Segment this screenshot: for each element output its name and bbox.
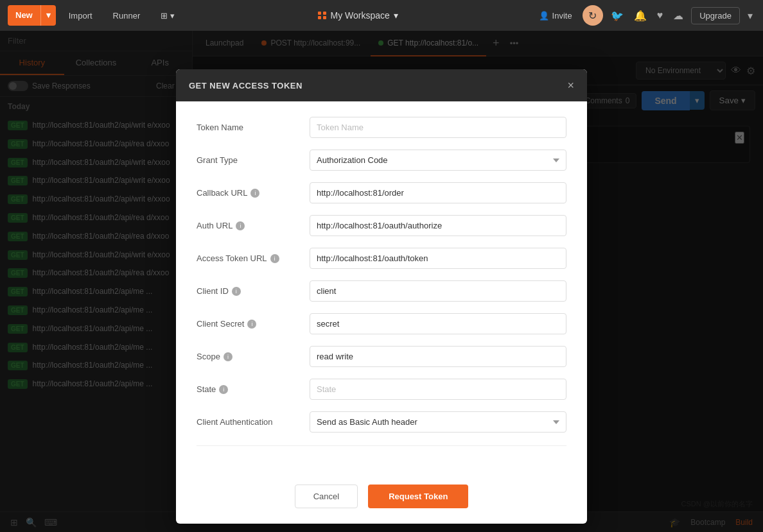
refresh-icon[interactable]: ↻ bbox=[583, 5, 603, 26]
scope-label: Scope i bbox=[197, 352, 299, 361]
grant-type-select[interactable]: Authorization Code Implicit Password Cre… bbox=[310, 150, 566, 171]
grant-type-label: Grant Type bbox=[197, 155, 299, 165]
cloud-icon[interactable]: ☁ bbox=[671, 7, 686, 24]
callback-url-info-icon[interactable]: i bbox=[250, 189, 259, 198]
client-secret-input[interactable] bbox=[310, 313, 566, 334]
callback-url-row: Callback URL i bbox=[197, 182, 566, 203]
client-auth-select[interactable]: Send as Basic Auth header Send client cr… bbox=[310, 411, 566, 433]
client-auth-label: Client Authentication bbox=[197, 417, 299, 427]
layout-button[interactable]: ⊞ ▾ bbox=[153, 5, 182, 26]
modal-divider bbox=[197, 445, 566, 446]
auth-url-label: Auth URL i bbox=[197, 221, 299, 230]
client-auth-row: Client Authentication Send as Basic Auth… bbox=[197, 411, 566, 433]
new-button-arrow[interactable]: ▾ bbox=[41, 5, 56, 26]
state-row: State i bbox=[197, 379, 566, 400]
invite-button[interactable]: 👤 Invite bbox=[534, 7, 577, 24]
client-secret-label: Client Secret i bbox=[197, 319, 299, 329]
workspace-button[interactable]: My Workspace ▾ bbox=[310, 6, 406, 24]
callback-url-label: Callback URL i bbox=[197, 188, 299, 198]
client-secret-info-icon[interactable]: i bbox=[247, 320, 256, 329]
toolbar-center: My Workspace ▾ bbox=[188, 6, 529, 24]
runner-button[interactable]: Runner bbox=[105, 5, 148, 26]
grant-type-row: Grant Type Authorization Code Implicit P… bbox=[197, 150, 566, 171]
token-name-input[interactable] bbox=[310, 117, 566, 138]
token-name-row: Token Name bbox=[197, 117, 566, 138]
heart-icon[interactable]: ♥ bbox=[654, 7, 666, 24]
state-info-icon[interactable]: i bbox=[219, 385, 228, 394]
new-button-group[interactable]: New ▾ bbox=[8, 5, 56, 26]
client-secret-row: Client Secret i bbox=[197, 313, 566, 334]
modal-footer: Cancel Request Token bbox=[176, 474, 587, 524]
access-token-url-label: Access Token URL i bbox=[197, 253, 299, 263]
client-id-label: Client ID i bbox=[197, 286, 299, 296]
expand-icon[interactable]: ▾ bbox=[745, 7, 755, 24]
cancel-button[interactable]: Cancel bbox=[295, 485, 358, 508]
access-token-url-input[interactable] bbox=[310, 248, 566, 269]
scope-row: Scope i bbox=[197, 346, 566, 367]
invite-icon: 👤 bbox=[539, 11, 549, 21]
workspace-icon bbox=[318, 12, 327, 19]
import-button[interactable]: Import bbox=[61, 5, 100, 26]
scope-info-icon[interactable]: i bbox=[224, 352, 232, 361]
get-new-access-token-modal: GET NEW ACCESS TOKEN × Token Name Grant … bbox=[176, 69, 587, 524]
modal-title: GET NEW ACCESS TOKEN bbox=[189, 81, 303, 90]
workspace-label: My Workspace bbox=[331, 10, 390, 21]
modal-body: Token Name Grant Type Authorization Code… bbox=[176, 101, 587, 474]
new-button-label[interactable]: New bbox=[8, 5, 41, 26]
scope-input[interactable] bbox=[310, 346, 566, 367]
cookie-icon[interactable]: 🐦 bbox=[608, 7, 626, 24]
modal-overlay: GET NEW ACCESS TOKEN × Token Name Grant … bbox=[0, 31, 763, 532]
request-token-button[interactable]: Request Token bbox=[368, 485, 468, 508]
invite-label: Invite bbox=[552, 11, 572, 21]
callback-url-input[interactable] bbox=[310, 182, 566, 203]
access-token-url-info-icon[interactable]: i bbox=[270, 254, 279, 263]
notification-icon[interactable]: 🔔 bbox=[631, 7, 649, 24]
modal-header: GET NEW ACCESS TOKEN × bbox=[176, 69, 587, 101]
token-name-label: Token Name bbox=[197, 123, 299, 132]
upgrade-button[interactable]: Upgrade bbox=[691, 7, 740, 24]
state-label: State i bbox=[197, 384, 299, 394]
workspace-chevron: ▾ bbox=[394, 10, 398, 21]
state-input[interactable] bbox=[310, 379, 566, 400]
client-id-row: Client ID i bbox=[197, 280, 566, 302]
client-id-info-icon[interactable]: i bbox=[232, 287, 241, 296]
toolbar: New ▾ Import Runner ⊞ ▾ My Workspace ▾ 👤… bbox=[0, 0, 763, 31]
client-id-input[interactable] bbox=[310, 280, 566, 302]
auth-url-info-icon[interactable]: i bbox=[236, 221, 245, 230]
toolbar-right: 👤 Invite ↻ 🐦 🔔 ♥ ☁ Upgrade ▾ bbox=[534, 5, 755, 26]
auth-url-input[interactable] bbox=[310, 215, 566, 236]
modal-close-button[interactable]: × bbox=[567, 80, 574, 91]
access-token-url-row: Access Token URL i bbox=[197, 248, 566, 269]
auth-url-row: Auth URL i bbox=[197, 215, 566, 236]
